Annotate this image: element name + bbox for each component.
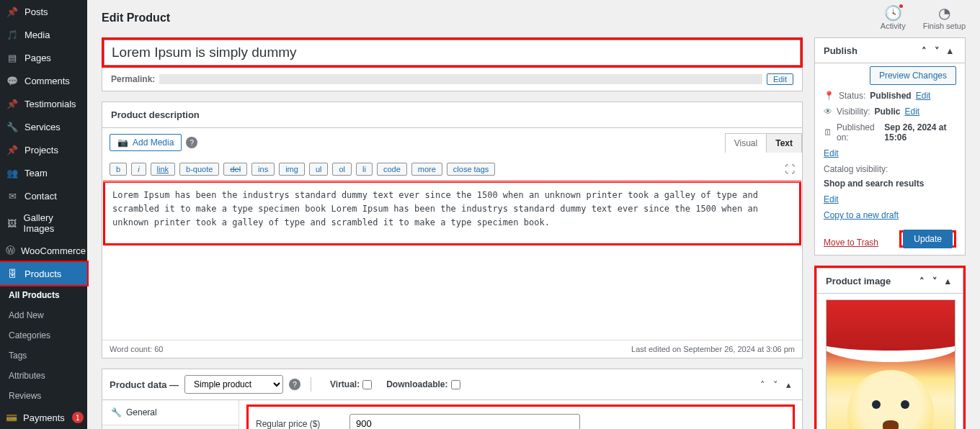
sidebar-item-payments[interactable]: 💳Payments1: [0, 406, 87, 429]
sidebar-item-tags[interactable]: Tags: [0, 346, 87, 366]
sidebar-item-attributes[interactable]: Attributes: [0, 366, 87, 386]
link-button[interactable]: link: [151, 163, 176, 176]
sidebar-item-products[interactable]: 🗄Products: [0, 262, 87, 285]
wrench-icon: 🔧: [111, 407, 122, 417]
ins-button[interactable]: ins: [251, 163, 275, 176]
text-tab[interactable]: Text: [767, 133, 802, 153]
sidebar-item-media[interactable]: 🎵Media: [0, 23, 87, 46]
img-button[interactable]: img: [279, 163, 305, 176]
eye-icon: 👁: [824, 107, 832, 117]
update-button[interactable]: Update: [903, 230, 953, 248]
del-button[interactable]: del: [223, 163, 247, 176]
li-button[interactable]: li: [356, 163, 373, 176]
triangle-icon[interactable]: ▴: [941, 274, 954, 287]
sidebar-item-add-new[interactable]: Add New: [0, 305, 87, 325]
triangle-icon[interactable]: ▴: [943, 44, 956, 57]
bquote-button[interactable]: b-quote: [179, 163, 219, 176]
sidebar-item-pages[interactable]: ▤Pages: [0, 46, 87, 69]
copy-draft-link[interactable]: Copy to a new draft: [824, 210, 899, 220]
sidebar-item-gallery[interactable]: 🖼Gallery Images: [0, 207, 87, 239]
downloadable-checkbox[interactable]: [451, 380, 460, 389]
chevron-down-icon[interactable]: ˅: [930, 44, 943, 57]
main-content: Edit Product 🕓Activity ◔Finish setup Per…: [87, 0, 980, 429]
virtual-label: Virtual:: [330, 379, 360, 389]
help-icon[interactable]: ?: [186, 137, 197, 148]
visibility-edit-link[interactable]: Edit: [904, 107, 919, 117]
downloadable-label: Downloadable:: [386, 379, 447, 389]
permalink-url: [159, 74, 762, 84]
virtual-checkbox[interactable]: [362, 380, 372, 389]
pin-icon: 📌: [6, 5, 19, 18]
chevron-up-icon[interactable]: ˄: [756, 378, 769, 391]
progress-icon: ◔: [923, 6, 966, 20]
product-image-panel: Product image ˄˅▴ ? Click the image to e…: [816, 268, 963, 429]
activity-icon: 🕓: [881, 6, 906, 20]
close-tags-button[interactable]: close tags: [447, 163, 496, 176]
triangle-icon[interactable]: ▴: [782, 378, 795, 391]
card-icon: 💳: [6, 411, 17, 424]
permalink-label: Permalink:: [111, 74, 155, 84]
catalog-edit-link[interactable]: Edit: [824, 194, 839, 204]
pin-icon: 📌: [6, 143, 19, 156]
sidebar-item-comments[interactable]: 💬Comments: [0, 69, 87, 92]
description-heading: Product description: [111, 109, 200, 120]
product-image-thumbnail[interactable]: [826, 299, 956, 429]
preview-changes-button[interactable]: Preview Changes: [870, 66, 956, 85]
regular-price-label: Regular price ($): [256, 419, 321, 429]
archive-icon: 🗄: [6, 267, 19, 280]
product-data-box: Product data — Simple product ? Virtual:…: [102, 369, 803, 429]
help-icon[interactable]: ?: [289, 379, 300, 390]
published-on-edit-link[interactable]: Edit: [824, 148, 839, 158]
code-button[interactable]: code: [377, 163, 407, 176]
sidebar-item-contact[interactable]: ✉Contact: [0, 184, 87, 207]
permalink-row: Permalink: Edit: [102, 68, 803, 91]
ul-button[interactable]: ul: [309, 163, 329, 176]
product-title-input[interactable]: [104, 40, 801, 66]
sidebar-item-testimonials[interactable]: 📌Testimonials: [0, 92, 87, 115]
bold-button[interactable]: b: [110, 163, 127, 176]
chevron-up-icon[interactable]: ˄: [917, 44, 930, 57]
status-edit-link[interactable]: Edit: [916, 91, 931, 101]
editor-toolbar: b i link b-quote del ins img ul ol li co…: [102, 157, 802, 182]
chevron-down-icon[interactable]: ˅: [928, 274, 941, 287]
publish-panel: Publish ˄˅▴ Preview Changes 📍Status: Pub…: [814, 37, 966, 256]
page-title: Edit Product: [102, 12, 170, 24]
ol-button[interactable]: ol: [332, 163, 352, 176]
visual-tab[interactable]: Visual: [725, 133, 767, 153]
product-image-heading: Product image: [826, 276, 891, 286]
sidebar-item-reviews[interactable]: Reviews: [0, 386, 87, 406]
add-media-button[interactable]: 📷Add Media: [110, 134, 182, 151]
product-data-heading: Product data —: [110, 379, 179, 390]
sidebar-item-services[interactable]: 🔧Services: [0, 115, 87, 138]
sidebar-item-categories[interactable]: Categories: [0, 325, 87, 346]
italic-button[interactable]: i: [131, 163, 146, 176]
payments-badge: 1: [72, 412, 84, 423]
sidebar-item-all-products[interactable]: All Products: [0, 285, 87, 305]
woo-icon: Ⓦ: [6, 244, 15, 257]
product-type-select[interactable]: Simple product: [184, 375, 283, 394]
sidebar-item-posts[interactable]: 📌Posts: [0, 0, 87, 23]
chevron-up-icon[interactable]: ˄: [915, 274, 928, 287]
activity-button[interactable]: 🕓Activity: [881, 6, 906, 30]
more-button[interactable]: more: [411, 163, 442, 176]
description-textarea[interactable]: Lorem Ipsum has been the industrys stand…: [105, 183, 799, 240]
fullscreen-icon[interactable]: ⛶: [785, 163, 795, 175]
regular-price-input[interactable]: [349, 414, 580, 429]
publish-heading: Publish: [824, 45, 858, 56]
sidebar-item-woocommerce[interactable]: ⓌWooCommerce: [0, 239, 87, 262]
sidebar-item-team[interactable]: 👥Team: [0, 161, 87, 184]
sidebar-item-projects[interactable]: 📌Projects: [0, 138, 87, 161]
key-icon: 📍: [824, 91, 834, 101]
general-tab[interactable]: 🔧General: [102, 400, 239, 425]
inventory-tab[interactable]: ☲Inventory: [102, 425, 239, 429]
calendar-icon: 🗓: [824, 127, 832, 137]
wrench-icon: 🔧: [6, 120, 19, 133]
camera-icon: 📷: [117, 137, 128, 148]
move-to-trash-link[interactable]: Move to Trash: [824, 238, 878, 248]
permalink-edit-button[interactable]: Edit: [767, 73, 793, 85]
comment-icon: 💬: [6, 74, 19, 87]
finish-setup-button[interactable]: ◔Finish setup: [923, 6, 966, 30]
chevron-down-icon[interactable]: ˅: [769, 378, 782, 391]
page-icon: ▤: [6, 51, 19, 64]
pin-icon: 📌: [6, 97, 19, 110]
